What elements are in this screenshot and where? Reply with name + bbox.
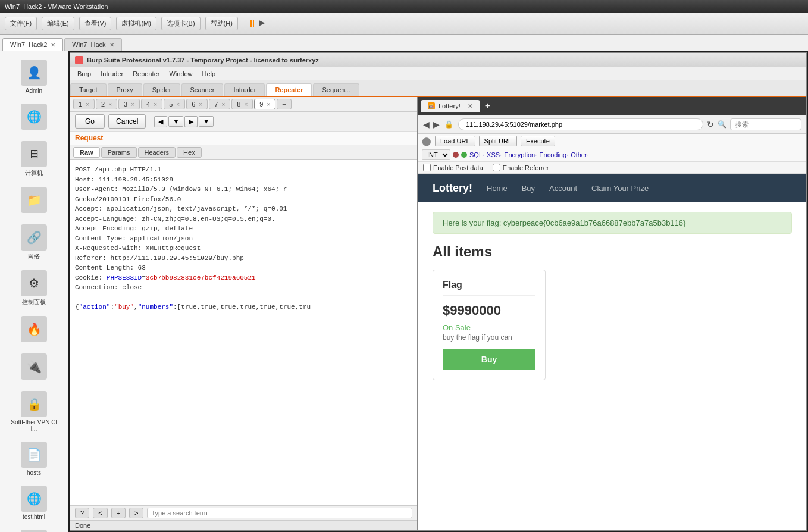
burp-menu-intruder[interactable]: Intruder	[96, 69, 128, 79]
int-select[interactable]: INT	[422, 149, 450, 160]
req-line-json: {"action":"buy","numbers":[true,true,tru…	[75, 302, 412, 312]
sidebar-item-plugin[interactable]: 🔌	[7, 350, 61, 385]
repeater-tab-4[interactable]: 4 ×	[141, 99, 162, 109]
add-button[interactable]: +	[111, 508, 126, 518]
burp-tab-sequencer[interactable]: Sequen...	[313, 83, 359, 96]
vm-tab-win7hack2-close[interactable]: ✕	[51, 42, 55, 48]
os-title-bar: Win7_Hack2 - VMware Workstation	[0, 0, 808, 13]
load-url-button[interactable]: Load URL	[435, 136, 475, 146]
sidebar-item-hosts[interactable]: 📄 hosts	[7, 438, 61, 480]
url-bar[interactable]	[458, 118, 703, 130]
vm-tab-win7hack[interactable]: Win7_Hack ✕	[64, 38, 121, 51]
hackbar-other-link[interactable]: Other·	[571, 151, 589, 158]
vm-menu-vm[interactable]: 虚拟机(M)	[116, 17, 156, 30]
vm-tab-win7hack-label: Win7_Hack	[72, 41, 105, 48]
enable-post-label[interactable]: Enable Post data	[423, 164, 483, 171]
buy-button[interactable]: Buy	[443, 349, 535, 370]
req-tab-raw[interactable]: Raw	[73, 147, 100, 158]
enable-referrer-checkbox[interactable]	[493, 164, 500, 171]
burp-tab-repeater[interactable]: Repeater	[266, 83, 312, 96]
vm-menu-help[interactable]: 帮助(H)	[205, 17, 238, 30]
reload-button[interactable]: ↻	[707, 120, 714, 129]
nav-prev-drop[interactable]: ▼	[168, 116, 183, 127]
lottery-nav-buy[interactable]: Buy	[522, 184, 535, 193]
burp-tab-scanner[interactable]: Scanner	[181, 83, 224, 96]
vm-tab-win7hack-close[interactable]: ✕	[109, 42, 114, 48]
sidebar-item-network[interactable]: 🔗 网络	[7, 221, 61, 264]
repeater-tab-6[interactable]: 6 ×	[186, 99, 208, 109]
vm-menu-view[interactable]: 查看(V)	[79, 17, 112, 30]
request-content[interactable]: POST /api.php HTTP/1.1 Host: 111.198.29.…	[70, 160, 417, 505]
fwd-button[interactable]: >	[129, 508, 143, 518]
browser-search-input[interactable]	[730, 118, 801, 130]
repeater-tab-2[interactable]: 2 ×	[96, 99, 117, 109]
nav-prev[interactable]: ◀	[154, 116, 167, 127]
burp-tab-intruder[interactable]: Intruder	[224, 83, 265, 96]
cancel-button[interactable]: Cancel	[108, 114, 146, 129]
sidebar-item-computer[interactable]: 🖥 计算机	[7, 137, 61, 181]
hackbar-encryption-link[interactable]: Encryption·	[504, 151, 537, 158]
sidebar-item-browser[interactable]: 🌐	[7, 100, 61, 135]
repeater-tab-5[interactable]: 5 ×	[164, 99, 185, 109]
sidebar-item-control-panel[interactable]: ⚙ 控制面板	[7, 267, 61, 310]
burp-tab-spider[interactable]: Spider	[143, 83, 180, 96]
sidebar-item-folder[interactable]: 📁	[7, 183, 61, 218]
prev-button[interactable]: <	[93, 508, 107, 518]
sidebar-label-admin: Admin	[26, 87, 42, 94]
req-tab-headers[interactable]: Headers	[138, 147, 176, 158]
burp-tab-proxy[interactable]: Proxy	[108, 83, 142, 96]
browser-icon: 🌐	[21, 104, 47, 130]
req-tab-params[interactable]: Params	[101, 147, 137, 158]
content-area: Burp Suite Professional v1.7.37 - Tempor…	[68, 51, 808, 532]
repeater-tab-9[interactable]: 9 ×	[254, 99, 275, 109]
req-tab-hex[interactable]: Hex	[177, 147, 202, 158]
vm-tab-win7hack2[interactable]: Win7_Hack2 ✕	[2, 38, 63, 51]
hackbar-encoding-link[interactable]: Encoding·	[539, 151, 568, 158]
hackbar-xss-link[interactable]: XSS·	[487, 151, 502, 158]
enable-referrer-text: Enable Referrer	[503, 164, 549, 171]
sidebar: 👤 Admin 🌐 🖥 计算机 📁 🔗 网络 ⚙ 控制面板 🔥 🔌	[0, 51, 68, 532]
new-tab-button[interactable]: +	[483, 101, 493, 111]
enable-referrer-label[interactable]: Enable Referrer	[493, 164, 549, 171]
help-button[interactable]: ?	[75, 508, 89, 518]
search-input[interactable]	[147, 508, 412, 518]
hackbar-row2: INT SQL· XSS· Encryption· Encoding· Othe…	[418, 148, 806, 161]
nav-next[interactable]: ▶	[184, 116, 198, 127]
browser-tab-close[interactable]: ✕	[468, 102, 473, 110]
browser-forward-button[interactable]: ▶	[433, 120, 440, 129]
sidebar-item-vpn[interactable]: 🔒 SoftEther VPN Cli...	[7, 387, 61, 436]
enable-post-checkbox[interactable]	[423, 164, 431, 171]
request-section: Request Raw Params Headers Hex POST /api…	[70, 132, 417, 505]
split-url-button[interactable]: Split URL	[479, 136, 517, 146]
repeater-tab-3[interactable]: 3 ×	[118, 99, 140, 109]
go-button[interactable]: Go	[75, 114, 105, 129]
lottery-nav-account[interactable]: Account	[549, 184, 577, 193]
burp-menu-burp[interactable]: Burp	[73, 69, 96, 79]
status-text: Done	[75, 522, 90, 529]
sidebar-item-testhtml[interactable]: 🌐 test.html	[7, 482, 61, 524]
sidebar-item-fire[interactable]: 🔥	[7, 312, 61, 348]
sidebar-item-admin[interactable]: 👤 Admin	[7, 56, 61, 98]
hackbar-enable-row: Enable Post data Enable Referrer	[418, 161, 806, 173]
nav-next-drop[interactable]: ▼	[199, 116, 214, 127]
repeater-tab-8[interactable]: 8 ×	[231, 99, 253, 109]
execute-button[interactable]: Execute	[521, 136, 555, 146]
burp-menu-window[interactable]: Window	[164, 69, 197, 79]
sidebar-item-cacert[interactable]: 📋 cacert.der...	[7, 526, 61, 532]
lottery-nav-claim[interactable]: Claim Your Prize	[591, 184, 649, 193]
repeater-tab-7[interactable]: 7 ×	[209, 99, 230, 109]
main-container: 👤 Admin 🌐 🖥 计算机 📁 🔗 网络 ⚙ 控制面板 🔥 🔌	[0, 51, 808, 532]
hackbar-sql-link[interactable]: SQL·	[469, 151, 484, 158]
vm-menu-tab[interactable]: 选项卡(B)	[161, 17, 201, 30]
vm-menu-file[interactable]: 文件(F)	[5, 17, 37, 30]
repeater-tab-1[interactable]: 1 ×	[73, 99, 95, 109]
browser-back-button[interactable]: ◀	[423, 120, 430, 129]
burp-tab-target[interactable]: Target	[70, 83, 107, 96]
vm-menu-edit[interactable]: 编辑(E)	[42, 17, 74, 30]
burp-menu-help[interactable]: Help	[198, 69, 221, 79]
lottery-nav-home[interactable]: Home	[487, 184, 508, 193]
sidebar-label-vpn: SoftEther VPN Cli...	[10, 419, 58, 432]
burp-menu-repeater[interactable]: Repeater	[128, 69, 164, 79]
browser-tab-lottery[interactable]: 🎰 Lottery! ✕	[421, 100, 480, 112]
repeater-tab-new[interactable]: +	[277, 99, 291, 109]
